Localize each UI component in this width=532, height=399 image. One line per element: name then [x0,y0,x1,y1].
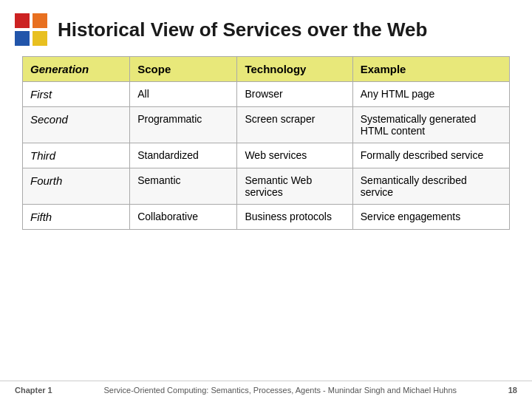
header: Historical View of Services over the Web [0,0,532,53]
table-row: FourthSemanticSemantic Web servicesSeman… [23,168,510,205]
cell-technology: Browser [237,82,352,107]
table-row: FirstAllBrowserAny HTML page [23,82,510,107]
main-content: Generation Scope Technology Example Firs… [0,53,532,237]
col-header-scope: Scope [130,57,237,82]
cell-example: Formally described service [352,143,509,168]
footer-chapter: Chapter 1 [15,386,52,395]
cell-scope: Standardized [130,143,237,168]
services-table: Generation Scope Technology Example Firs… [22,56,510,230]
cell-generation: Fourth [23,168,130,205]
cell-technology: Semantic Web services [237,168,352,205]
cell-example: Service engagements [352,205,509,230]
cell-scope: Collaborative [130,205,237,230]
page-title: Historical View of Services over the Web [58,18,427,41]
cell-technology: Screen scraper [237,107,352,143]
cell-generation: Third [23,143,130,168]
footer: Chapter 1 Service-Oriented Computing: Se… [0,381,532,399]
cell-scope: Programmatic [130,107,237,143]
cell-generation: Second [23,107,130,143]
cell-generation: First [23,82,130,107]
svg-rect-0 [15,13,30,28]
footer-citation: Service-Oriented Computing: Semantics, P… [103,386,457,395]
cell-example: Systematically generated HTML content [352,107,509,143]
table-row: SecondProgrammaticScreen scraperSystemat… [23,107,510,143]
table-row: FifthCollaborativeBusiness protocolsServ… [23,205,510,230]
col-header-technology: Technology [237,57,352,82]
cell-example: Semantically described service [352,168,509,205]
svg-rect-2 [15,31,30,46]
cell-technology: Business protocols [237,205,352,230]
svg-rect-3 [33,31,47,46]
cell-example: Any HTML page [352,82,509,107]
footer-page: 18 [508,386,517,395]
col-header-example: Example [352,57,509,82]
svg-rect-1 [33,13,47,28]
table-row: ThirdStandardizedWeb servicesFormally de… [23,143,510,168]
cell-generation: Fifth [23,205,130,230]
col-header-generation: Generation [23,57,130,82]
cell-scope: All [130,82,237,107]
logo-icon [15,13,47,46]
cell-technology: Web services [237,143,352,168]
cell-scope: Semantic [130,168,237,205]
